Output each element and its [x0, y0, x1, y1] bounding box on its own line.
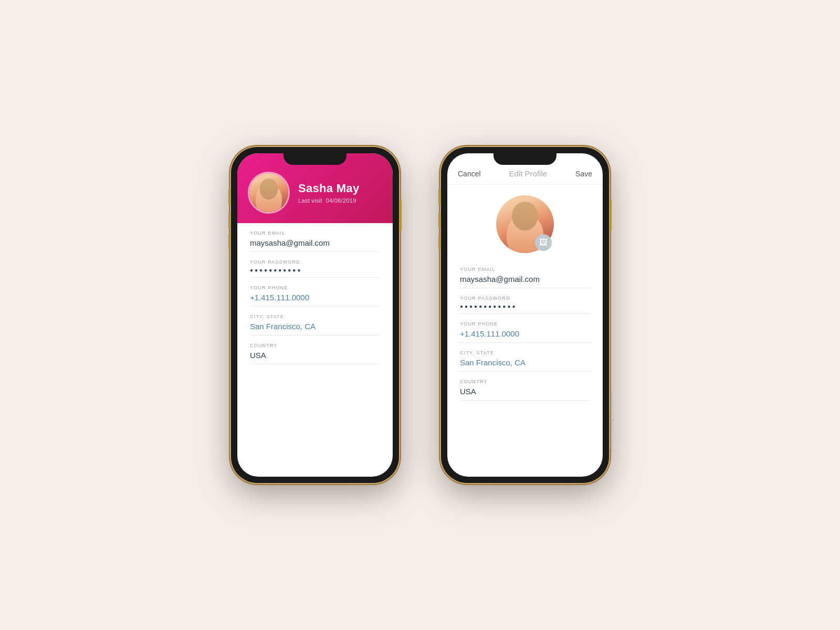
field-group-email: YOUR EMAIL maysasha@gmail.com [250, 223, 380, 252]
field-group-password: YOUR PASSWORD ●●●●●●●●●●● [250, 252, 380, 278]
field-label-email: YOUR EMAIL [250, 230, 380, 236]
field-value-password: ●●●●●●●●●●● [250, 267, 380, 273]
field-value-country: USA [250, 351, 380, 360]
profile-name: Sasha May [298, 182, 359, 195]
watermark: Created Using Cleanmock [608, 391, 613, 452]
edit-field-group-city: CITY, STATE San Francisco, CA [460, 343, 590, 372]
field-label-password: YOUR PASSWORD [250, 259, 380, 265]
save-button[interactable]: Save [575, 170, 592, 178]
field-group-city: CITY, STATE San Francisco, CA [250, 307, 380, 335]
field-group-phone: YOUR PHONE +1.415.111.0000 [250, 278, 380, 307]
edit-profile-title: Edit Profile [509, 169, 548, 178]
edit-avatar-section: 🖼 [447, 185, 603, 259]
edit-field-label-email: YOUR EMAIL [460, 267, 590, 272]
edit-field-group-email: YOUR EMAIL maysasha@gmail.com [460, 259, 590, 288]
field-label-country: COUNTRY [250, 343, 380, 348]
field-group-country: COUNTRY USA [250, 335, 380, 364]
edit-fields: YOUR EMAIL maysasha@gmail.com YOUR PASSW… [447, 259, 603, 477]
edit-field-label-phone: YOUR PHONE [460, 321, 590, 327]
camera-icon: 🖼 [539, 238, 548, 247]
field-value-city: San Francisco, CA [250, 322, 380, 331]
field-value-phone: +1.415.111.0000 [250, 293, 380, 302]
phone-1-profile: Sasha May Last visit 04/08/2019 YOUR EMA… [231, 147, 399, 483]
edit-avatar-wrapper: 🖼 [496, 195, 554, 253]
field-label-phone: YOUR PHONE [250, 285, 380, 290]
field-value-email: maysasha@gmail.com [250, 238, 380, 247]
edit-field-group-country: COUNTRY USA [460, 372, 590, 401]
avatar-image [249, 173, 288, 212]
edit-field-value-city[interactable]: San Francisco, CA [460, 358, 590, 367]
edit-field-value-country[interactable]: USA [460, 387, 590, 396]
phone-2-edit: Cancel Edit Profile Save 🖼 YOUR EMAIL ma… [441, 147, 609, 483]
edit-field-label-city: CITY, STATE [460, 350, 590, 355]
avatar [248, 172, 290, 214]
edit-field-label-password: YOUR PASSWORD [460, 296, 590, 301]
cancel-button[interactable]: Cancel [458, 170, 481, 178]
profile-info: Sasha May Last visit 04/08/2019 [298, 182, 359, 204]
phone-notch-2 [494, 153, 556, 165]
edit-field-group-password: YOUR PASSWORD ●●●●●●●●●●●● [460, 288, 590, 314]
edit-field-value-password[interactable]: ●●●●●●●●●●●● [460, 303, 590, 309]
edit-field-value-email[interactable]: maysasha@gmail.com [460, 275, 590, 284]
change-photo-button[interactable]: 🖼 [535, 234, 552, 251]
profile-last-visit: Last visit 04/08/2019 [298, 197, 359, 204]
phone-notch-1 [284, 153, 346, 165]
edit-field-group-phone: YOUR PHONE +1.415.111.0000 [460, 314, 590, 343]
edit-field-value-phone[interactable]: +1.415.111.0000 [460, 329, 590, 338]
profile-fields: YOUR EMAIL maysasha@gmail.com YOUR PASSW… [237, 223, 393, 477]
edit-field-label-country: COUNTRY [460, 379, 590, 384]
field-label-city: CITY, STATE [250, 314, 380, 319]
